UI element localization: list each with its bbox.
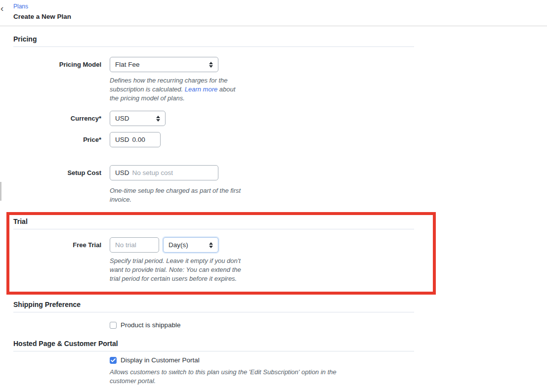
select-arrows-icon [209, 242, 213, 248]
pricing-model-select[interactable]: Flat Fee [110, 57, 218, 72]
free-trial-row: Free Trial Day(s) [13, 237, 433, 253]
pricing-model-help: Defines how the recurring charges for th… [110, 76, 236, 103]
page-title: Create a New Plan [13, 13, 547, 20]
trial-annotation-box: Trial Free Trial Day(s) Specify trial pe… [6, 212, 436, 295]
portal-check-row[interactable]: Display in Customer Portal [110, 356, 547, 364]
create-plan-page: ‹ Plans Create a New Plan Pricing Pricin… [0, 0, 547, 392]
section-title-trial: Trial [13, 218, 433, 225]
trial-unit-select[interactable]: Day(s) [163, 237, 218, 253]
setup-cost-row: Setup Cost USD [13, 165, 547, 180]
trial-unit-value: Day(s) [168, 241, 188, 249]
shippable-checkbox-label[interactable]: Product is shippable [121, 321, 181, 329]
price-input[interactable] [132, 136, 155, 143]
select-arrows-icon [209, 62, 213, 68]
price-row: Price* USD [13, 132, 547, 147]
section-title-pricing: Pricing [13, 35, 547, 43]
currency-prefix: USD [115, 136, 129, 143]
shippable-checkbox[interactable] [110, 322, 117, 329]
section-title-hosted: Hosted Page & Customer Portal [13, 340, 547, 348]
section-divider [13, 351, 414, 351]
portal-checkbox[interactable] [110, 357, 117, 364]
setup-cost-help: One-time setup fee charged as part of th… [110, 186, 246, 204]
pricing-model-row: Pricing Model Flat Fee [13, 57, 547, 72]
section-title-shipping: Shipping Preference [13, 301, 547, 308]
currency-label: Currency* [13, 111, 110, 122]
currency-value: USD [115, 115, 129, 122]
breadcrumb-plans-link[interactable]: Plans [13, 3, 28, 10]
page-header: ‹ Plans Create a New Plan [0, 0, 547, 26]
pricing-model-value: Flat Fee [115, 61, 140, 68]
section-divider [13, 312, 414, 312]
scrollbar-thumb[interactable] [0, 182, 1, 201]
setup-cost-label: Setup Cost [13, 165, 110, 176]
pricing-model-label: Pricing Model [13, 57, 110, 68]
section-divider [13, 229, 414, 229]
setup-cost-input[interactable] [132, 169, 213, 176]
portal-help: Allows customers to switch to this plan … [110, 368, 342, 386]
learn-more-link[interactable]: Learn more [185, 86, 217, 93]
free-trial-label: Free Trial [13, 237, 110, 249]
header-divider [0, 26, 547, 26]
select-arrows-icon [156, 116, 160, 122]
shippable-check-row[interactable]: Product is shippable [110, 321, 547, 329]
checkmark-icon [111, 358, 116, 362]
back-chevron-icon[interactable]: ‹ [0, 4, 3, 13]
price-input-box[interactable]: USD [110, 132, 161, 147]
setup-cost-input-box[interactable]: USD [110, 165, 218, 180]
currency-prefix: USD [115, 169, 129, 176]
section-divider [13, 46, 414, 47]
free-trial-input[interactable] [110, 237, 159, 253]
form-content: Pricing Pricing Model Flat Fee Defines h… [0, 35, 547, 386]
free-trial-help: Specify trial period. Leave it empty if … [110, 257, 242, 283]
currency-select[interactable]: USD [110, 111, 166, 126]
portal-checkbox-label[interactable]: Display in Customer Portal [121, 356, 200, 364]
currency-row: Currency* USD [13, 111, 547, 126]
price-label: Price* [13, 132, 110, 143]
